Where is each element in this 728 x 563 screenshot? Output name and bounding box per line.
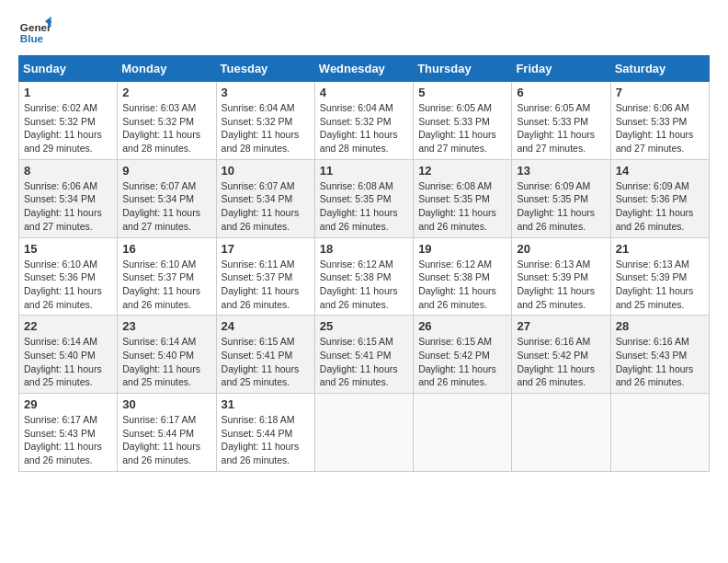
daylight-label: Daylight: 11 hours and 26 minutes. xyxy=(24,441,102,465)
col-header-monday: Monday xyxy=(118,56,216,82)
daylight-label: Daylight: 11 hours and 26 minutes. xyxy=(616,363,694,388)
calendar-week-4: 22 Sunrise: 6:14 AM Sunset: 5:40 PM Dayl… xyxy=(19,316,710,394)
sunset-label: Sunset: 5:40 PM xyxy=(122,350,194,361)
daylight-label: Daylight: 11 hours and 26 minutes. xyxy=(418,207,496,232)
day-cell-27: 27 Sunrise: 6:16 AM Sunset: 5:42 PM Dayl… xyxy=(512,316,610,394)
col-header-wednesday: Wednesday xyxy=(314,56,413,82)
day-cell-29: 29 Sunrise: 6:17 AM Sunset: 5:43 PM Dayl… xyxy=(19,394,118,472)
col-header-thursday: Thursday xyxy=(414,56,512,82)
day-cell-16: 16 Sunrise: 6:10 AM Sunset: 5:37 PM Dayl… xyxy=(118,237,216,316)
sunrise-label: Sunrise: 6:13 AM xyxy=(517,259,590,270)
sunrise-label: Sunrise: 6:06 AM xyxy=(616,102,689,113)
day-cell-28: 28 Sunrise: 6:16 AM Sunset: 5:43 PM Dayl… xyxy=(610,316,709,394)
sunrise-label: Sunrise: 6:05 AM xyxy=(418,102,492,113)
day-cell-25: 25 Sunrise: 6:15 AM Sunset: 5:41 PM Dayl… xyxy=(314,316,413,394)
day-info: Sunrise: 6:08 AM Sunset: 5:35 PM Dayligh… xyxy=(418,179,506,234)
sunrise-label: Sunrise: 6:07 AM xyxy=(122,180,196,191)
day-cell-19: 19 Sunrise: 6:12 AM Sunset: 5:38 PM Dayl… xyxy=(414,237,512,316)
daylight-label: Daylight: 11 hours and 26 minutes. xyxy=(122,285,200,310)
daylight-label: Daylight: 11 hours and 26 minutes. xyxy=(418,363,496,388)
day-number: 5 xyxy=(418,86,506,99)
sunset-label: Sunset: 5:42 PM xyxy=(418,350,490,361)
day-number: 30 xyxy=(122,397,210,411)
day-cell-18: 18 Sunrise: 6:12 AM Sunset: 5:38 PM Dayl… xyxy=(314,237,413,316)
sunset-label: Sunset: 5:37 PM xyxy=(222,271,293,282)
sunset-label: Sunset: 5:44 PM xyxy=(122,428,194,439)
day-cell-11: 11 Sunrise: 6:08 AM Sunset: 5:35 PM Dayl… xyxy=(314,159,413,237)
sunset-label: Sunset: 5:36 PM xyxy=(24,271,96,282)
empty-cell xyxy=(314,394,413,472)
day-cell-30: 30 Sunrise: 6:17 AM Sunset: 5:44 PM Dayl… xyxy=(118,394,216,472)
day-number: 26 xyxy=(418,319,506,333)
sunrise-label: Sunrise: 6:03 AM xyxy=(122,102,196,113)
daylight-label: Daylight: 11 hours and 25 minutes. xyxy=(517,285,595,310)
day-cell-13: 13 Sunrise: 6:09 AM Sunset: 5:35 PM Dayl… xyxy=(512,159,610,237)
day-cell-26: 26 Sunrise: 6:15 AM Sunset: 5:42 PM Dayl… xyxy=(414,316,512,394)
day-number: 28 xyxy=(616,319,704,333)
day-number: 9 xyxy=(122,164,210,178)
sunset-label: Sunset: 5:40 PM xyxy=(24,350,96,361)
day-info: Sunrise: 6:04 AM Sunset: 5:32 PM Dayligh… xyxy=(320,101,408,155)
sunrise-label: Sunrise: 6:15 AM xyxy=(418,336,492,347)
sunrise-label: Sunrise: 6:11 AM xyxy=(222,259,295,270)
day-cell-9: 9 Sunrise: 6:07 AM Sunset: 5:34 PM Dayli… xyxy=(118,159,216,237)
page-header: General Blue xyxy=(18,15,710,48)
sunset-label: Sunset: 5:33 PM xyxy=(418,116,490,127)
sunset-label: Sunset: 5:35 PM xyxy=(320,193,392,204)
sunrise-label: Sunrise: 6:09 AM xyxy=(616,180,689,191)
sunrise-label: Sunrise: 6:05 AM xyxy=(517,102,590,113)
day-info: Sunrise: 6:09 AM Sunset: 5:35 PM Dayligh… xyxy=(517,179,605,234)
sunrise-label: Sunrise: 6:08 AM xyxy=(418,180,492,191)
day-info: Sunrise: 6:07 AM Sunset: 5:34 PM Dayligh… xyxy=(122,179,210,234)
day-info: Sunrise: 6:12 AM Sunset: 5:38 PM Dayligh… xyxy=(418,258,506,312)
day-info: Sunrise: 6:16 AM Sunset: 5:42 PM Dayligh… xyxy=(517,335,605,389)
daylight-label: Daylight: 11 hours and 26 minutes. xyxy=(320,363,398,388)
day-number: 13 xyxy=(517,164,605,178)
sunset-label: Sunset: 5:41 PM xyxy=(320,350,392,361)
day-info: Sunrise: 6:05 AM Sunset: 5:33 PM Dayligh… xyxy=(517,101,605,155)
day-cell-31: 31 Sunrise: 6:18 AM Sunset: 5:44 PM Dayl… xyxy=(216,394,314,472)
day-cell-22: 22 Sunrise: 6:14 AM Sunset: 5:40 PM Dayl… xyxy=(19,316,118,394)
day-info: Sunrise: 6:17 AM Sunset: 5:43 PM Dayligh… xyxy=(24,413,112,467)
sunset-label: Sunset: 5:37 PM xyxy=(122,271,194,282)
sunset-label: Sunset: 5:34 PM xyxy=(122,193,194,204)
day-info: Sunrise: 6:17 AM Sunset: 5:44 PM Dayligh… xyxy=(122,413,210,467)
day-number: 22 xyxy=(24,319,112,333)
day-info: Sunrise: 6:11 AM Sunset: 5:37 PM Dayligh… xyxy=(222,258,310,312)
sunrise-label: Sunrise: 6:04 AM xyxy=(222,102,295,113)
day-cell-23: 23 Sunrise: 6:14 AM Sunset: 5:40 PM Dayl… xyxy=(118,316,216,394)
sunrise-label: Sunrise: 6:06 AM xyxy=(24,180,97,191)
day-number: 31 xyxy=(222,397,310,411)
sunrise-label: Sunrise: 6:16 AM xyxy=(517,336,590,347)
day-info: Sunrise: 6:15 AM Sunset: 5:41 PM Dayligh… xyxy=(320,335,408,389)
day-cell-14: 14 Sunrise: 6:09 AM Sunset: 5:36 PM Dayl… xyxy=(610,159,709,237)
daylight-label: Daylight: 11 hours and 27 minutes. xyxy=(418,129,496,154)
day-number: 14 xyxy=(616,164,704,178)
sunset-label: Sunset: 5:32 PM xyxy=(24,116,96,127)
col-header-tuesday: Tuesday xyxy=(216,56,314,82)
day-cell-8: 8 Sunrise: 6:06 AM Sunset: 5:34 PM Dayli… xyxy=(19,159,118,237)
calendar-week-3: 15 Sunrise: 6:10 AM Sunset: 5:36 PM Dayl… xyxy=(19,237,710,316)
sunrise-label: Sunrise: 6:17 AM xyxy=(122,414,196,425)
daylight-label: Daylight: 11 hours and 26 minutes. xyxy=(122,441,200,465)
day-number: 25 xyxy=(320,319,408,333)
calendar-table: SundayMondayTuesdayWednesdayThursdayFrid… xyxy=(18,55,710,472)
daylight-label: Daylight: 11 hours and 26 minutes. xyxy=(418,285,496,310)
sunrise-label: Sunrise: 6:14 AM xyxy=(24,336,97,347)
sunrise-label: Sunrise: 6:13 AM xyxy=(616,259,689,270)
sunrise-label: Sunrise: 6:04 AM xyxy=(320,102,393,113)
sunset-label: Sunset: 5:35 PM xyxy=(517,193,588,204)
sunset-label: Sunset: 5:39 PM xyxy=(616,271,688,282)
daylight-label: Daylight: 11 hours and 26 minutes. xyxy=(320,207,398,232)
day-info: Sunrise: 6:02 AM Sunset: 5:32 PM Dayligh… xyxy=(24,101,112,155)
day-info: Sunrise: 6:07 AM Sunset: 5:34 PM Dayligh… xyxy=(222,179,310,234)
sunrise-label: Sunrise: 6:10 AM xyxy=(122,259,196,270)
day-info: Sunrise: 6:13 AM Sunset: 5:39 PM Dayligh… xyxy=(616,258,704,312)
day-info: Sunrise: 6:13 AM Sunset: 5:39 PM Dayligh… xyxy=(517,258,605,312)
day-number: 2 xyxy=(122,86,210,99)
day-cell-21: 21 Sunrise: 6:13 AM Sunset: 5:39 PM Dayl… xyxy=(610,237,709,316)
sunset-label: Sunset: 5:42 PM xyxy=(517,350,588,361)
day-info: Sunrise: 6:04 AM Sunset: 5:32 PM Dayligh… xyxy=(222,101,310,155)
day-info: Sunrise: 6:14 AM Sunset: 5:40 PM Dayligh… xyxy=(24,335,112,389)
sunset-label: Sunset: 5:41 PM xyxy=(222,350,293,361)
